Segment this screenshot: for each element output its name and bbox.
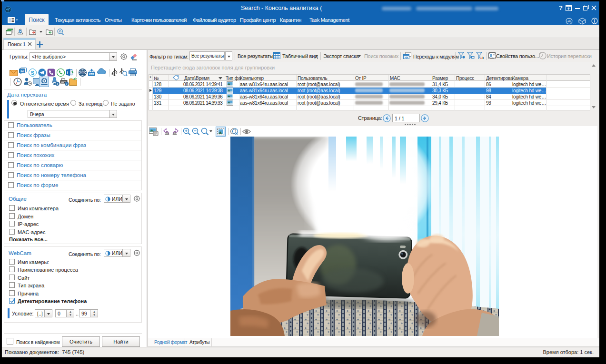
svg-text:IM: IM — [20, 70, 24, 73]
svg-text:L: L — [67, 70, 70, 75]
svg-text:AFI: AFI — [567, 20, 571, 23]
svg-text:HTTP: HTTP — [80, 72, 85, 74]
svg-text:ID: ID — [59, 30, 61, 33]
svg-text:FTP: FTP — [89, 73, 94, 76]
svg-text:S: S — [31, 70, 34, 76]
